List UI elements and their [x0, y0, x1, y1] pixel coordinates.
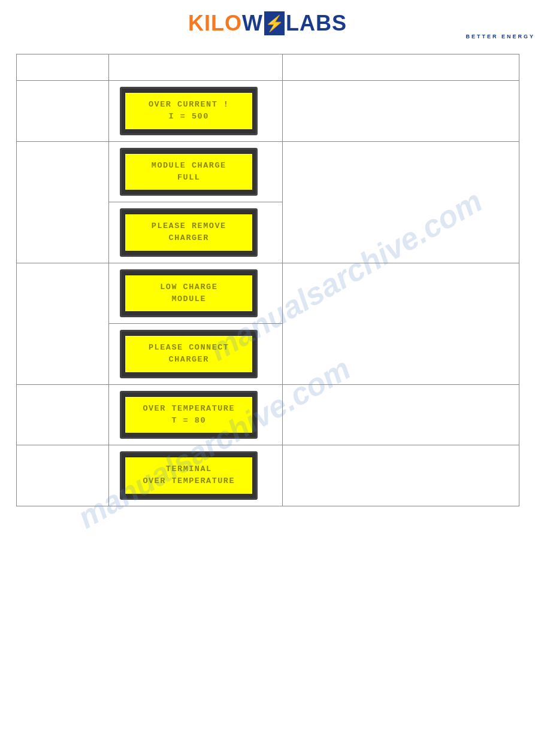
row-terminal-col3: [283, 445, 519, 506]
lcd-over-current: OVER CURRENT !I = 500: [120, 87, 258, 135]
row-over-current-col3: [283, 81, 519, 142]
lcd-over-temp: OVER TEMPERATURET = 80: [120, 391, 258, 439]
table-row: MODULE CHARGEFULL: [16, 141, 519, 202]
row-over-current-col1: [16, 81, 109, 142]
lcd-inner-over-temp: OVER TEMPERATURET = 80: [125, 396, 253, 434]
row-please-connect-display: PLEASE CONNECTCHARGER: [109, 324, 283, 385]
bolt-icon: ⚡: [265, 16, 284, 31]
lcd-inner-terminal: TERMINALOVER TEMPERATURE: [125, 457, 253, 494]
lcd-module-charge: MODULE CHARGEFULL: [120, 148, 258, 196]
lcd-text-terminal: TERMINALOVER TEMPERATURE: [143, 463, 235, 488]
logo-kilo: KILO: [188, 11, 242, 36]
table-row: OVER TEMPERATURET = 80: [16, 384, 519, 445]
lcd-text-over-temp: OVER TEMPERATURET = 80: [143, 403, 235, 427]
row-low-charge-col3: [283, 263, 519, 384]
row-low-charge-col1: [16, 263, 109, 384]
main-table: OVER CURRENT !I = 500 MODULE CHARGEFULL: [16, 54, 519, 506]
table-row: OVER CURRENT !I = 500: [16, 81, 519, 142]
lcd-inner-please-connect: PLEASE CONNECTCHARGER: [125, 335, 253, 373]
row-please-remove-display: PLEASE REMOVECHARGER: [109, 202, 283, 263]
row-over-temp-display: OVER TEMPERATURET = 80: [109, 384, 283, 445]
row-terminal-display: TERMINALOVER TEMPERATURE: [109, 445, 283, 506]
table-row: LOW CHARGEMODULE: [16, 263, 519, 324]
lcd-text-module-charge: MODULE CHARGEFULL: [152, 160, 226, 184]
row-module-charge-col1: [16, 141, 109, 263]
row-over-temp-col3: [283, 384, 519, 445]
row-over-temp-col1: [16, 384, 109, 445]
lcd-inner-module-charge: MODULE CHARGEFULL: [125, 153, 253, 191]
row-over-current-display: OVER CURRENT !I = 500: [109, 81, 283, 142]
lcd-inner-low-charge: LOW CHARGEMODULE: [125, 275, 253, 312]
header-col1: [16, 54, 109, 81]
lcd-inner-please-remove: PLEASE REMOVECHARGER: [125, 214, 253, 251]
lcd-text-low-charge: LOW CHARGEMODULE: [160, 281, 217, 306]
row-terminal-col1: [16, 445, 109, 506]
row-low-charge-display: LOW CHARGEMODULE: [109, 263, 283, 324]
table-container: manualsarchive.com manualsarchive.com: [0, 54, 535, 506]
row-module-charge-display: MODULE CHARGEFULL: [109, 141, 283, 202]
header-col2: [109, 54, 283, 81]
lcd-text-please-connect: PLEASE CONNECTCHARGER: [149, 342, 229, 366]
lcd-low-charge: LOW CHARGEMODULE: [120, 269, 258, 318]
table-header-row: [16, 54, 519, 81]
logo: KILO W ⚡ LABS: [188, 11, 347, 36]
logo-area: KILO W ⚡ LABS BETTER ENERGY: [0, 0, 535, 48]
row-module-charge-col3: [283, 141, 519, 263]
lcd-text-please-remove: PLEASE REMOVECHARGER: [152, 220, 226, 245]
logo-w: W: [242, 11, 263, 36]
lcd-inner-over-current: OVER CURRENT !I = 500: [125, 92, 253, 130]
header-col3: [283, 54, 519, 81]
logo-labs: LABS: [286, 11, 347, 36]
lcd-terminal: TERMINALOVER TEMPERATURE: [120, 451, 258, 500]
lcd-please-connect: PLEASE CONNECTCHARGER: [120, 330, 258, 378]
lcd-text-over-current: OVER CURRENT !I = 500: [149, 99, 229, 123]
lcd-please-remove: PLEASE REMOVECHARGER: [120, 208, 258, 257]
table-row: TERMINALOVER TEMPERATURE: [16, 445, 519, 506]
logo-bolt-box: ⚡: [264, 11, 285, 35]
